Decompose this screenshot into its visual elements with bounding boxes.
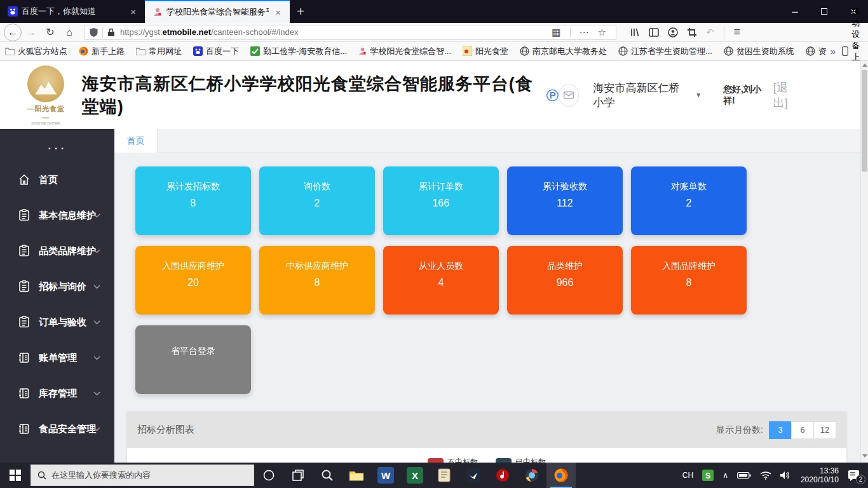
sidebar-item-bill-management[interactable]: 账单管理 [0, 340, 114, 376]
scroll-down-arrow[interactable] [862, 454, 867, 458]
back-button-icon[interactable]: ← [4, 24, 22, 41]
word-icon[interactable]: W [371, 463, 400, 488]
bookmark-item[interactable]: 火狐官方站点 [5, 46, 67, 57]
forward-button-icon[interactable]: → [22, 27, 41, 38]
bookmark-item[interactable]: 新手上路 [79, 46, 125, 57]
bookmark-item[interactable]: 阳光食堂 [463, 46, 508, 57]
logo-subtitle: SUNSHINE CANTEEN [29, 121, 64, 125]
home-button-icon[interactable]: ⌂ [60, 27, 79, 38]
stat-card-label: 省平台登录 [171, 346, 215, 357]
bookmark-item[interactable]: 南京邮电大学教务处 [520, 46, 607, 57]
clipboard-icon [18, 245, 31, 257]
stat-card[interactable]: 累计验收数 112 [507, 166, 623, 235]
app-search-tool-icon[interactable] [313, 463, 342, 488]
account-icon[interactable] [663, 27, 682, 37]
screenshot-icon[interactable] [682, 27, 702, 37]
sidebar-item-label: 食品安全管理 [39, 423, 96, 435]
sidebar-item-category-brand[interactable]: 品类品牌维护 [0, 233, 114, 269]
task-view-button[interactable] [283, 463, 313, 488]
stat-card[interactable]: 累计订单数 166 [383, 166, 499, 235]
school-selector[interactable]: 海安市高新区仁桥小学 [593, 81, 690, 110]
dingtalk-icon[interactable] [459, 463, 488, 488]
close-tab-icon[interactable]: × [128, 6, 139, 17]
stat-card-value: 966 [557, 277, 574, 288]
home-icon [18, 173, 31, 186]
stat-card[interactable]: 品类维护 966 [507, 246, 623, 315]
months-option-6[interactable]: 6 [791, 421, 814, 439]
sidebar-item-home[interactable]: 首页 [0, 162, 114, 198]
tracking-shield-icon[interactable] [90, 28, 98, 37]
battery-icon[interactable] [733, 463, 756, 488]
maximize-button[interactable] [810, 0, 839, 23]
volume-icon[interactable] [776, 463, 796, 488]
message-icon[interactable] [559, 84, 580, 107]
stat-card[interactable]: 省平台登录 [135, 325, 251, 394]
bookmark-item[interactable]: 勤工俭学-海安教育信... [250, 46, 347, 57]
page-actions-icon[interactable]: ⋯ [575, 27, 593, 38]
stat-card[interactable]: 入围品牌维护 8 [631, 246, 747, 315]
stat-card[interactable]: 从业人员数 4 [383, 246, 499, 315]
menu-hamburger-icon[interactable]: ≡ [729, 25, 745, 39]
notification-center-icon[interactable]: 2 [844, 463, 868, 488]
sidebar-item-basic-info[interactable]: 基本信息维护 [0, 198, 114, 233]
browser-app-icon[interactable] [517, 463, 546, 488]
sidebar-item-order-acceptance[interactable]: 订单与验收 [0, 304, 114, 340]
bookmark-label: 火狐官方站点 [18, 46, 67, 57]
bookmark-item[interactable]: 贫困生资助系统 [724, 46, 794, 57]
close-tab-icon[interactable]: × [273, 7, 283, 18]
bookmark-item[interactable]: 百度一下 [193, 46, 239, 57]
sidebar-collapse-toggle[interactable]: ... [0, 129, 114, 162]
chevron-down-icon[interactable]: ▼ [695, 92, 702, 98]
url-bar[interactable]: https://ygst.etmobile.net/canteen-school… [84, 25, 616, 40]
tray-expand-icon[interactable]: ∧ [718, 463, 733, 488]
logout-button[interactable]: [退出] [773, 80, 799, 111]
library-icon[interactable] [625, 27, 644, 37]
bookmark-item[interactable]: 资 [806, 46, 827, 57]
music-app-icon[interactable] [488, 463, 517, 488]
sogou-ime-icon[interactable]: S [698, 463, 718, 488]
tab-home[interactable]: 首页 [114, 129, 158, 152]
sidebar-item-inventory-management[interactable]: 库存管理 [0, 376, 114, 411]
bookmark-item[interactable]: 常用网址 [136, 46, 182, 57]
scrollbar-thumb[interactable] [862, 70, 867, 172]
minimize-button[interactable]: ─ [780, 0, 810, 23]
wifi-icon[interactable] [756, 463, 776, 488]
bookmark-label: 常用网址 [149, 46, 182, 57]
months-option-12[interactable]: 12 [813, 421, 836, 439]
bookmark-item[interactable]: 江苏省学生资助管理... [618, 46, 712, 57]
new-tab-button[interactable]: + [290, 0, 311, 23]
taskbar-clock[interactable]: 13:36 2020/10/10 [796, 466, 844, 484]
stat-card[interactable]: 中标供应商维护 8 [259, 246, 375, 315]
ime-indicator[interactable]: CH [678, 463, 698, 488]
stat-card-value: 166 [433, 198, 450, 209]
excel-icon[interactable]: X [400, 463, 430, 488]
platform-link-icon[interactable]: ℗ [546, 87, 559, 104]
file-explorer-icon[interactable] [342, 463, 371, 488]
sidebar-item-food-safety[interactable]: 食品安全管理 [0, 411, 114, 447]
bookmarks-overflow-icon[interactable]: » [831, 46, 836, 57]
stat-card[interactable]: 对账单数 2 [631, 166, 747, 235]
lock-icon[interactable] [107, 28, 115, 37]
sidebar-toggle-icon[interactable] [644, 27, 663, 37]
stat-card[interactable]: 累计发招标数 8 [135, 166, 251, 235]
scroll-up-arrow[interactable] [862, 64, 867, 67]
bookmark-star-icon[interactable]: ☆ [593, 27, 611, 38]
restore-session-icon[interactable]: ↶ [702, 27, 719, 38]
browser-tab-canteen[interactable]: 学校阳光食堂综合智能服务平台 × [145, 0, 290, 23]
notes-app-icon[interactable] [430, 463, 459, 488]
reload-button-icon[interactable]: ↻ [41, 26, 60, 38]
start-button[interactable] [0, 463, 31, 488]
months-option-3[interactable]: 3 [769, 421, 792, 439]
sidebar: ... 首页 基本信息维护 品类品牌维护 招标与询价 订单与验收 [0, 129, 114, 463]
cortana-button[interactable] [254, 463, 283, 488]
taskbar-search-input[interactable]: 在这里输入你要搜索的内容 [31, 464, 254, 486]
qr-code-icon[interactable]: ▦ [547, 27, 565, 38]
firefox-taskbar-icon[interactable] [546, 463, 576, 488]
stat-card[interactable]: 入围供应商维护 20 [135, 246, 251, 315]
vertical-scrollbar[interactable] [860, 61, 868, 463]
sidebar-item-bidding-inquiry[interactable]: 招标与询价 [0, 269, 114, 304]
browser-tab-baidu[interactable]: 百度一下，你就知道 × [0, 0, 145, 23]
chart-title: 招标分析图表 [137, 424, 194, 436]
bookmark-item[interactable]: 学校阳光食堂综合智... [358, 46, 451, 57]
stat-card[interactable]: 询价数 2 [259, 166, 375, 235]
